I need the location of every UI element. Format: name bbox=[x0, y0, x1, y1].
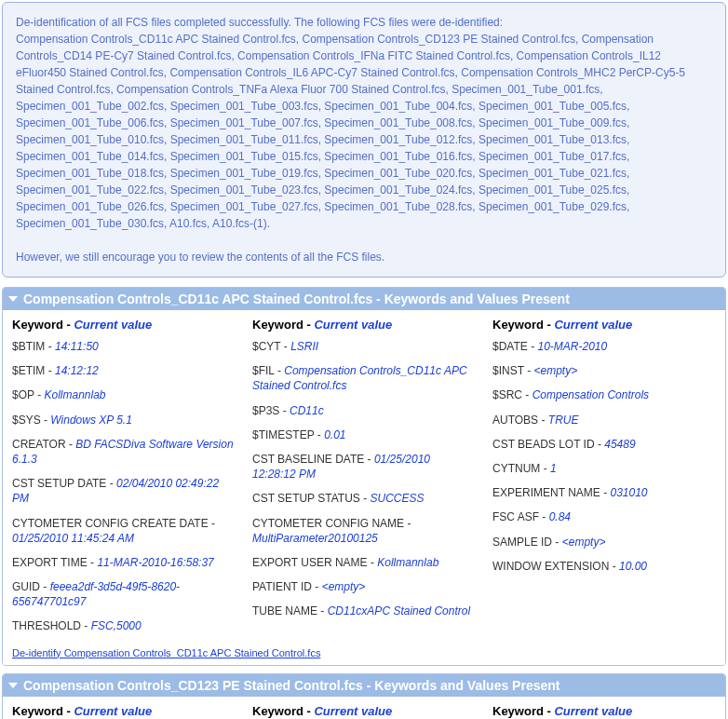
keyword-row: $CYT - LSRII bbox=[252, 339, 476, 354]
keyword-row: FSC ASF - 0.84 bbox=[492, 509, 716, 524]
keyword-name: PATIENT ID bbox=[252, 580, 312, 593]
panel-body: Keyword - Current value$BTIM - 14:16:00$… bbox=[3, 697, 725, 719]
deid-notice: De-identification of all FCS files compl… bbox=[2, 2, 726, 278]
column-header: Keyword - Current value bbox=[252, 704, 476, 718]
keyword-value: 11-MAR-2010-16:58:37 bbox=[97, 556, 213, 569]
keyword-value: FSC,5000 bbox=[91, 619, 142, 632]
panel-header[interactable]: Compensation Controls_CD123 PE Stained C… bbox=[3, 674, 725, 697]
panel-body: Keyword - Current value$BTIM - 14:11:50$… bbox=[3, 310, 725, 665]
keyword-name: CST SETUP DATE bbox=[12, 477, 106, 490]
keyword-row: $FIL - Compensation Controls_CD11c APC S… bbox=[252, 363, 476, 393]
notice-outro: However, we still encourage you to revie… bbox=[16, 249, 712, 265]
keywords-panel: Compensation Controls_CD123 PE Stained C… bbox=[2, 673, 726, 719]
notice-intro: De-identification of all FCS files compl… bbox=[16, 14, 712, 31]
keyword-value: Kollmannlab bbox=[44, 388, 105, 401]
col-head-current-value: Current value bbox=[554, 318, 632, 332]
keyword-value: 14:11:50 bbox=[55, 340, 99, 353]
keyword-row: CYTOMETER CONFIG NAME - MultiParameter20… bbox=[252, 516, 476, 546]
keyword-name: AUTOBS bbox=[492, 414, 538, 427]
keyword-value: Kollmannlab bbox=[377, 556, 438, 569]
keyword-value: 1 bbox=[550, 462, 557, 475]
keyword-value: <empty> bbox=[562, 536, 606, 549]
collapse-icon bbox=[8, 296, 18, 302]
keyword-row: $INST - <empty> bbox=[492, 363, 716, 378]
keyword-name: $P3S bbox=[252, 404, 279, 417]
keyword-value: CD11c bbox=[290, 404, 324, 417]
column-header: Keyword - Current value bbox=[12, 318, 236, 332]
keyword-column: Keyword - Current value$CYT - LSRII$FIL … bbox=[252, 704, 476, 719]
column-header: Keyword - Current value bbox=[252, 318, 476, 332]
keyword-column: Keyword - Current value$CYT - LSRII$FIL … bbox=[252, 318, 476, 644]
keyword-column: Keyword - Current value$DATE - 10-MAR-20… bbox=[492, 318, 716, 644]
keyword-value: 01/25/2010 11:45:24 AM bbox=[12, 532, 134, 545]
keyword-value: 0.01 bbox=[324, 428, 345, 441]
keyword-row: $ETIM - 14:12:12 bbox=[12, 363, 236, 378]
keyword-value: <empty> bbox=[533, 364, 577, 377]
col-head-current-value: Current value bbox=[314, 318, 392, 332]
keyword-name: $TIMESTEP bbox=[252, 428, 314, 441]
keyword-row: SAMPLE ID - <empty> bbox=[492, 535, 716, 549]
keyword-name: $FIL bbox=[252, 364, 275, 377]
keyword-row: EXPORT TIME - 11-MAR-2010-16:58:37 bbox=[12, 555, 236, 570]
keyword-row: $TIMESTEP - 0.01 bbox=[252, 427, 476, 442]
keyword-row: $BTIM - 14:11:50 bbox=[12, 339, 236, 354]
keyword-value: Compensation Controls bbox=[533, 388, 649, 401]
keywords-panel: Compensation Controls_CD11c APC Stained … bbox=[2, 287, 726, 666]
keyword-row: CST SETUP DATE - 02/04/2010 02:49:22 PM bbox=[12, 476, 236, 506]
keyword-name: WINDOW EXTENSION bbox=[492, 560, 609, 573]
col-head-keyword: Keyword bbox=[252, 318, 303, 332]
col-head-keyword: Keyword bbox=[492, 704, 544, 718]
keyword-value: 10-MAR-2010 bbox=[537, 340, 607, 353]
col-head-current-value: Current value bbox=[74, 704, 152, 718]
keyword-name: TUBE NAME bbox=[252, 604, 317, 617]
keyword-column: Keyword - Current value$BTIM - 14:16:00$… bbox=[12, 704, 236, 719]
panel-title: Compensation Controls_CD11c APC Stained … bbox=[23, 292, 570, 306]
keyword-value: <empty> bbox=[322, 580, 366, 593]
keyword-name: EXPORT TIME bbox=[12, 556, 88, 569]
keyword-name: $OP bbox=[12, 388, 34, 401]
keyword-name: $SRC bbox=[492, 388, 522, 401]
keyword-value: LSRII bbox=[290, 340, 318, 353]
keyword-row: WINDOW EXTENSION - 10.00 bbox=[492, 559, 716, 574]
keyword-row: CYTOMETER CONFIG CREATE DATE - 01/25/201… bbox=[12, 516, 236, 546]
col-head-current-value: Current value bbox=[314, 704, 392, 718]
keyword-row: PATIENT ID - <empty> bbox=[252, 579, 476, 594]
keyword-name: $CYT bbox=[252, 340, 280, 353]
panel-header[interactable]: Compensation Controls_CD11c APC Stained … bbox=[3, 288, 725, 310]
keyword-row: CYTNUM - 1 bbox=[492, 461, 716, 476]
keyword-name: CYTOMETER CONFIG NAME bbox=[252, 517, 404, 530]
keyword-row: GUID - feeea2df-3d5d-49f5-8620-656747701… bbox=[12, 579, 236, 609]
keyword-row: CREATOR - BD FACSDiva Software Version 6… bbox=[12, 437, 236, 467]
keyword-name: EXPERIMENT NAME bbox=[492, 486, 600, 499]
keyword-name: THRESHOLD bbox=[12, 619, 81, 632]
keyword-name: SAMPLE ID bbox=[492, 536, 552, 549]
col-head-keyword: Keyword bbox=[252, 704, 303, 718]
col-head-current-value: Current value bbox=[74, 318, 152, 332]
keyword-column: Keyword - Current value$BTIM - 14:11:50$… bbox=[12, 318, 236, 644]
col-head-current-value: Current value bbox=[554, 704, 632, 718]
column-header: Keyword - Current value bbox=[12, 704, 236, 718]
keyword-row: TUBE NAME - CD11cxAPC Stained Control bbox=[252, 604, 476, 618]
keyword-row: EXPERIMENT NAME - 031010 bbox=[492, 485, 716, 500]
col-head-keyword: Keyword bbox=[12, 704, 63, 718]
keyword-name: CST BEADS LOT ID bbox=[492, 438, 595, 451]
keyword-value: SUCCESS bbox=[370, 492, 424, 505]
keyword-row: CST SETUP STATUS - SUCCESS bbox=[252, 491, 476, 506]
keyword-name: CYTOMETER CONFIG CREATE DATE bbox=[12, 517, 209, 530]
keyword-name: $DATE bbox=[492, 340, 528, 353]
keyword-name: CST BASELINE DATE bbox=[252, 453, 364, 466]
deidentify-link[interactable]: De-identify Compensation Controls_CD11c … bbox=[12, 647, 320, 658]
keyword-row: $SYS - Windows XP 5.1 bbox=[12, 413, 236, 427]
keyword-value: 45489 bbox=[604, 438, 635, 451]
keyword-name: $BTIM bbox=[12, 340, 45, 353]
keyword-value: 0.84 bbox=[549, 510, 571, 523]
keyword-name: CST SETUP STATUS bbox=[252, 492, 360, 505]
keyword-value: Windows XP 5.1 bbox=[50, 414, 132, 427]
keyword-value: Compensation Controls_CD11c APC Stained … bbox=[252, 364, 467, 392]
keyword-row: CST BASELINE DATE - 01/25/2010 12:28:12 … bbox=[252, 452, 476, 482]
keyword-row: THRESHOLD - FSC,5000 bbox=[12, 618, 236, 633]
notice-files: Compensation Controls_CD11c APC Stained … bbox=[16, 31, 712, 232]
collapse-icon bbox=[8, 683, 18, 688]
keyword-row: CST BEADS LOT ID - 45489 bbox=[492, 437, 716, 452]
keyword-row: $P3S - CD11c bbox=[252, 403, 476, 418]
